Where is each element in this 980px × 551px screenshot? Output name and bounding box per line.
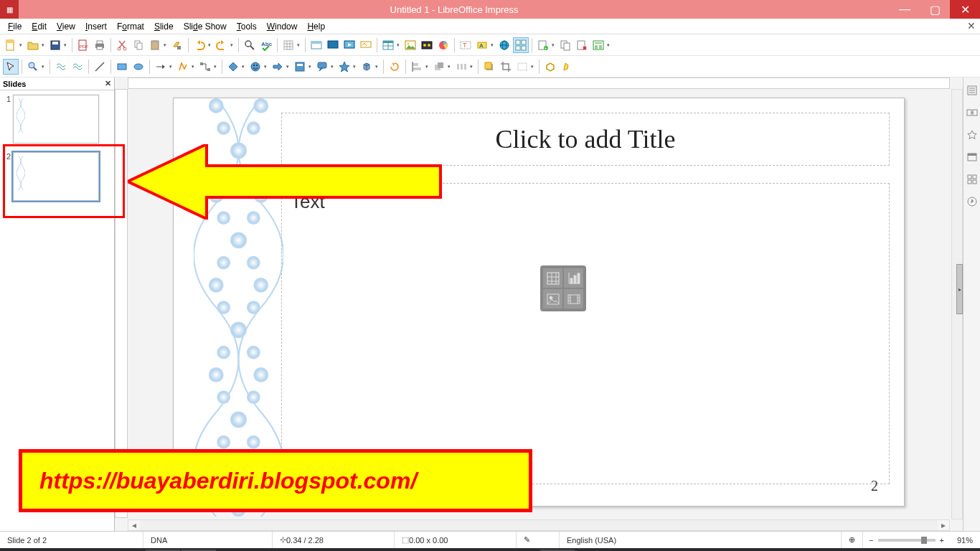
curve-tool[interactable] [175, 59, 191, 75]
select-tool[interactable] [3, 59, 19, 75]
paste-button[interactable] [147, 37, 163, 53]
arrange-tool[interactable] [431, 59, 447, 75]
export-pdf-button[interactable]: PDF [75, 37, 91, 53]
arrow-line-tool[interactable] [153, 59, 169, 75]
menu-slide[interactable]: Slide [149, 20, 179, 33]
svg-rect-70 [200, 62, 203, 65]
svg-rect-131 [578, 273, 580, 283]
display-views-button[interactable] [513, 37, 529, 53]
display-grid-button[interactable] [281, 37, 296, 53]
line-tool[interactable] [92, 59, 108, 75]
shadow-tool[interactable] [481, 59, 497, 75]
spellcheck-button[interactable]: Abc [258, 37, 274, 53]
menu-format[interactable]: Format [112, 20, 149, 33]
menu-slideshow[interactable]: Slide Show [179, 20, 232, 33]
svg-rect-152 [973, 180, 976, 184]
duplicate-slide-button[interactable] [557, 37, 573, 53]
rectangle-tool[interactable] [114, 59, 130, 75]
insert-textbox-button[interactable]: T [458, 37, 473, 53]
copy-button[interactable] [131, 37, 146, 53]
svg-point-64 [29, 62, 34, 68]
clone-formatting-button[interactable] [169, 37, 185, 53]
insert-image-button[interactable] [402, 37, 418, 53]
close-button[interactable]: ✕ [950, 0, 980, 19]
insert-chart-button[interactable] [435, 37, 451, 53]
basic-shapes-tool[interactable] [225, 59, 241, 75]
slide-layout-button[interactable] [590, 37, 606, 53]
start-from-first-button[interactable] [325, 37, 341, 53]
new-slide-button[interactable]: + [535, 37, 551, 53]
content-placeholder[interactable]: Text [281, 183, 890, 484]
sidebar-master-icon[interactable] [966, 151, 978, 165]
svg-point-109 [217, 347, 230, 359]
status-zoom[interactable]: 91% [950, 532, 980, 548]
redo-button[interactable] [214, 37, 230, 53]
rotate-tool[interactable] [387, 59, 402, 75]
sidebar-properties-icon[interactable] [966, 85, 978, 98]
svg-rect-130 [574, 276, 576, 283]
svg-rect-50 [516, 46, 520, 50]
master-slide-button[interactable] [308, 37, 324, 53]
crop-tool[interactable] [498, 59, 514, 75]
distribute-tool[interactable] [453, 59, 469, 75]
document-close-button[interactable]: ✕ [967, 20, 976, 32]
menu-window[interactable]: Window [262, 20, 303, 33]
menu-edit[interactable]: Edit [27, 20, 52, 33]
status-fit-icon[interactable]: ⊕ [842, 532, 863, 548]
menu-insert[interactable]: Insert [80, 20, 112, 33]
menu-help[interactable]: Help [302, 20, 330, 33]
ellipse-tool[interactable] [131, 59, 146, 75]
cut-button[interactable] [114, 37, 130, 53]
insert-hyperlink-button[interactable] [496, 37, 512, 53]
find-button[interactable] [242, 37, 258, 53]
zoom-tool[interactable] [25, 59, 41, 75]
presentation-button[interactable] [358, 37, 374, 53]
insert-media-button[interactable] [419, 37, 435, 53]
insert-table-button[interactable] [380, 37, 396, 53]
slide-thumbnail-1[interactable]: 1 [3, 95, 111, 143]
start-from-current-button[interactable] [341, 37, 357, 53]
flowchart-tool[interactable] [292, 59, 308, 75]
horizontal-scrollbar[interactable]: ◂▸ [128, 519, 950, 531]
svg-rect-62 [595, 45, 598, 49]
align-tool[interactable] [409, 59, 425, 75]
block-arrows-tool[interactable] [270, 59, 286, 75]
panel-collapse-right[interactable]: ▸ [956, 264, 963, 314]
zoom-slider[interactable]: −+ [863, 536, 950, 545]
insert-fontwork-button[interactable]: A [474, 37, 490, 53]
delete-slide-button[interactable] [574, 37, 590, 53]
menu-view[interactable]: View [52, 20, 80, 33]
symbol-shapes-tool[interactable] [248, 59, 263, 75]
undo-button[interactable] [192, 37, 207, 53]
gluepoints-tool[interactable] [559, 59, 575, 75]
insert-content-grid[interactable] [540, 265, 586, 311]
svg-point-39 [428, 44, 430, 47]
print-button[interactable] [92, 37, 108, 53]
svg-rect-83 [457, 64, 459, 70]
slides-panel-close[interactable]: ✕ [105, 79, 111, 88]
filter-tool[interactable] [514, 59, 530, 75]
stars-tool[interactable] [336, 59, 352, 75]
new-button[interactable] [3, 37, 19, 53]
save-button[interactable] [47, 37, 63, 53]
slide-thumbnail-2[interactable]: 2 [3, 152, 111, 201]
minimize-button[interactable]: — [890, 0, 920, 19]
status-language[interactable]: English (USA) [560, 532, 842, 548]
svg-rect-3 [52, 42, 58, 44]
3d-tool[interactable] [359, 59, 374, 75]
extrusion-tool[interactable] [542, 59, 558, 75]
callouts-tool[interactable] [314, 59, 330, 75]
sidebar-navigator-icon[interactable] [966, 196, 978, 209]
svg-rect-82 [438, 62, 443, 68]
wave-line2[interactable] [70, 59, 85, 75]
wave-line1[interactable] [53, 59, 69, 75]
sidebar-transitions-icon[interactable] [966, 107, 978, 121]
maximize-button[interactable]: ▢ [920, 0, 950, 19]
menu-tools[interactable]: Tools [232, 20, 262, 33]
sidebar-animation-icon[interactable] [966, 129, 978, 143]
menu-file[interactable]: File [3, 20, 27, 33]
sidebar-gallery-icon[interactable] [966, 174, 978, 187]
standard-toolbar: PDF Abc T A + [0, 34, 980, 56]
connector-tool[interactable] [197, 59, 213, 75]
open-button[interactable] [25, 37, 41, 53]
